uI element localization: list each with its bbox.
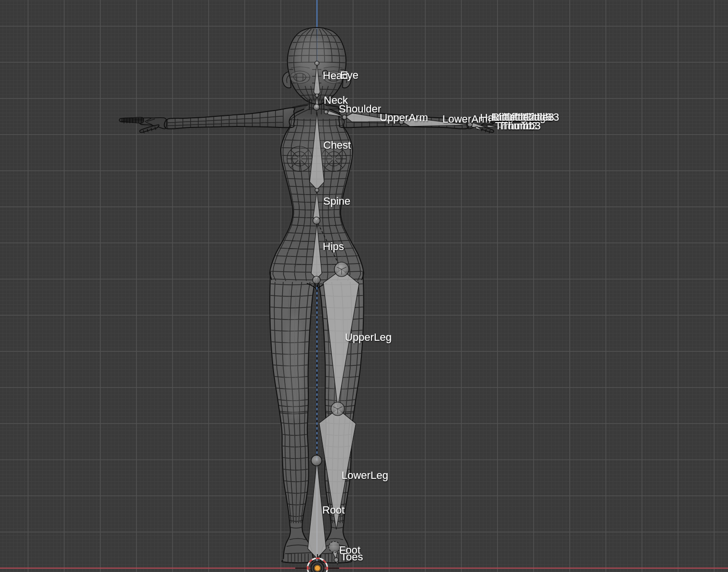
- svg-text:Shoulder: Shoulder: [339, 103, 381, 115]
- svg-text:Hips: Hips: [323, 240, 344, 252]
- svg-text:Spine: Spine: [323, 195, 350, 207]
- svg-text:Thumb3: Thumb3: [502, 120, 541, 132]
- svg-text:Eye: Eye: [340, 69, 358, 81]
- svg-text:LowerLeg: LowerLeg: [342, 469, 388, 481]
- svg-text:Toes: Toes: [341, 551, 363, 563]
- svg-text:Root: Root: [322, 504, 344, 516]
- svg-text:Chest: Chest: [323, 139, 351, 151]
- svg-text:UpperArm: UpperArm: [380, 112, 428, 124]
- svg-text:UpperLeg: UpperLeg: [345, 331, 392, 343]
